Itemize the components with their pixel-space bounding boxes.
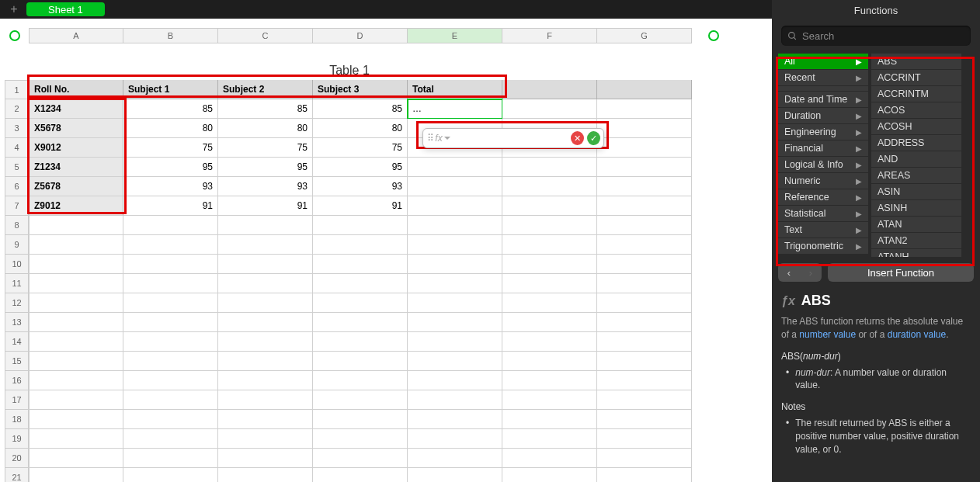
function-item[interactable]: ASINH xyxy=(871,200,961,216)
col-header-e[interactable]: E xyxy=(408,28,502,43)
cell[interactable] xyxy=(313,235,408,255)
cell[interactable]: 75 xyxy=(123,138,218,158)
category-item[interactable]: Date and Time▶ xyxy=(778,92,868,107)
category-item[interactable]: Financial▶ xyxy=(778,140,868,156)
cell[interactable] xyxy=(218,293,313,313)
col-header-g[interactable]: G xyxy=(597,28,692,43)
cell[interactable] xyxy=(123,293,218,313)
col-header-f[interactable]: F xyxy=(502,28,597,43)
cell[interactable] xyxy=(502,449,597,468)
cell[interactable] xyxy=(408,235,502,255)
categories-list[interactable]: All▶Recent▶Date and Time▶Duration▶Engine… xyxy=(778,54,868,257)
row-header[interactable]: 3 xyxy=(5,119,29,138)
cell[interactable] xyxy=(313,352,408,371)
cell[interactable] xyxy=(502,216,597,235)
cell[interactable]: Z9012 xyxy=(29,196,123,216)
cell[interactable] xyxy=(597,216,692,235)
cell[interactable]: 80 xyxy=(313,119,408,138)
cell[interactable] xyxy=(29,216,123,235)
row-header[interactable]: 10 xyxy=(5,255,29,274)
category-item[interactable]: Duration▶ xyxy=(778,108,868,123)
table-title[interactable]: Table 1 xyxy=(0,64,699,78)
link-number-value[interactable]: number value xyxy=(799,329,856,340)
cell[interactable] xyxy=(597,313,692,332)
col-header-c[interactable]: C xyxy=(218,28,313,43)
cell[interactable] xyxy=(123,371,218,390)
cell[interactable] xyxy=(218,371,313,390)
cell[interactable] xyxy=(218,468,313,482)
cell[interactable] xyxy=(597,468,692,482)
category-item[interactable]: All▶ xyxy=(778,54,868,69)
row-header[interactable]: 12 xyxy=(5,293,29,313)
function-item[interactable]: ADDRESS xyxy=(871,135,961,151)
cell[interactable] xyxy=(29,332,123,352)
cell[interactable] xyxy=(218,235,313,255)
function-item[interactable]: ACOS xyxy=(871,102,961,118)
link-duration-value[interactable]: duration value xyxy=(888,329,946,340)
cell[interactable] xyxy=(408,293,502,313)
cell[interactable] xyxy=(408,410,502,429)
cell[interactable] xyxy=(408,274,502,293)
cell[interactable] xyxy=(597,332,692,352)
cell[interactable] xyxy=(123,235,218,255)
cell[interactable] xyxy=(29,468,123,482)
cell[interactable]: X9012 xyxy=(29,138,123,158)
cell[interactable] xyxy=(408,371,502,390)
cell[interactable] xyxy=(597,429,692,449)
category-item[interactable]: Engineering▶ xyxy=(778,124,868,140)
cell[interactable]: 91 xyxy=(218,196,313,216)
function-item[interactable]: AREAS xyxy=(871,168,961,183)
cell[interactable] xyxy=(29,429,123,449)
cell[interactable] xyxy=(123,255,218,274)
cell[interactable] xyxy=(313,255,408,274)
category-item[interactable]: Text▶ xyxy=(778,222,868,238)
cell[interactable]: Total xyxy=(408,80,502,99)
function-item[interactable]: ACOSH xyxy=(871,119,961,134)
category-item[interactable]: Statistical▶ xyxy=(778,206,868,221)
cell[interactable] xyxy=(123,313,218,332)
cell[interactable]: 93 xyxy=(218,177,313,196)
cell[interactable] xyxy=(218,410,313,429)
cell[interactable]: 75 xyxy=(313,138,408,158)
cell[interactable] xyxy=(502,255,597,274)
cell[interactable] xyxy=(313,390,408,410)
cell[interactable]: 85 xyxy=(313,99,408,119)
popup-drag-handle[interactable]: ⠿ xyxy=(426,133,435,144)
cell[interactable] xyxy=(313,371,408,390)
cell[interactable] xyxy=(502,429,597,449)
formula-cancel-button[interactable]: ✕ xyxy=(571,131,584,145)
cell[interactable] xyxy=(597,352,692,371)
cell[interactable] xyxy=(597,274,692,293)
row-header[interactable]: 15 xyxy=(5,352,29,371)
row-header[interactable]: 9 xyxy=(5,235,29,255)
function-item[interactable]: ATANH xyxy=(871,249,961,257)
cell[interactable] xyxy=(502,274,597,293)
cell[interactable] xyxy=(597,371,692,390)
cell[interactable] xyxy=(408,332,502,352)
function-item[interactable]: ACCRINT xyxy=(871,70,961,85)
cell[interactable] xyxy=(29,390,123,410)
cell[interactable]: 80 xyxy=(123,119,218,138)
row-header[interactable]: 4 xyxy=(5,138,29,158)
cell[interactable] xyxy=(313,216,408,235)
cell[interactable]: 91 xyxy=(313,196,408,216)
cell[interactable] xyxy=(29,293,123,313)
cell[interactable] xyxy=(502,371,597,390)
cell[interactable]: 95 xyxy=(313,158,408,177)
category-item[interactable]: Logical & Info▶ xyxy=(778,157,868,172)
cell[interactable] xyxy=(313,449,408,468)
cell[interactable] xyxy=(313,429,408,449)
cell[interactable] xyxy=(29,274,123,293)
cell[interactable]: 85 xyxy=(123,99,218,119)
function-item[interactable]: ACCRINTM xyxy=(871,86,961,102)
row-header[interactable]: 16 xyxy=(5,371,29,390)
cell[interactable] xyxy=(29,255,123,274)
cell[interactable] xyxy=(408,158,502,177)
sheet-tab[interactable]: Sheet 1 xyxy=(26,2,105,16)
cell[interactable] xyxy=(597,390,692,410)
cell[interactable] xyxy=(597,410,692,429)
cell[interactable] xyxy=(408,313,502,332)
cell[interactable] xyxy=(502,158,597,177)
cell[interactable] xyxy=(313,410,408,429)
cell[interactable] xyxy=(502,177,597,196)
